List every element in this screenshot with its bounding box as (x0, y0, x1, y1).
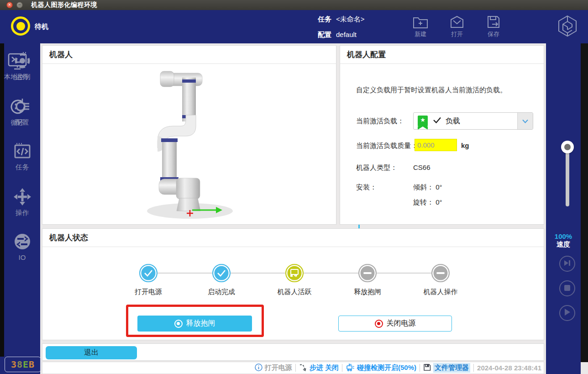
step-done-icon (212, 264, 231, 282)
step-done-icon (139, 264, 158, 282)
step-power-on: 打开电源 (121, 264, 176, 296)
badge-char: 8 (17, 359, 23, 370)
local-control-button[interactable]: 本地控制 (0, 52, 35, 81)
badge-char: B (29, 359, 35, 370)
exit-bar: 退出 (42, 343, 544, 361)
config-value: default (336, 31, 357, 38)
robot-panel-title: 机器人 (42, 46, 336, 64)
file-manager-link[interactable]: 文件管理器 (420, 363, 473, 373)
new-task-button[interactable]: 新建 (406, 15, 435, 38)
mount-label: 安装： (356, 183, 377, 192)
open-file-icon (442, 15, 472, 29)
sidebar-item-task[interactable]: 任务 (4, 142, 40, 172)
mount-tilt-value: 倾斜： 0° (413, 183, 442, 192)
power-dot-icon (375, 320, 383, 328)
config-label: 配置 (318, 31, 331, 38)
power-status[interactable]: 打开电源 (252, 363, 295, 373)
code-window-icon (4, 142, 40, 161)
left-edge-strip (0, 43, 4, 357)
badge-char: E (23, 359, 29, 370)
right-edge-strip (581, 43, 588, 362)
power-off-button[interactable]: 关闭电源 (338, 316, 452, 332)
badge-char: 3 (11, 359, 17, 370)
disk-icon (423, 363, 431, 373)
payload-bookmark-icon: ★ (418, 116, 428, 126)
robot-3d-view[interactable] (42, 64, 336, 224)
robot-type-label: 机器人类型： (356, 163, 397, 172)
payload-dropdown[interactable]: ★ 负载 (413, 112, 533, 130)
speed-percent: 100% (546, 232, 581, 240)
step-robot-active: 机器人活跃 (267, 264, 322, 296)
collision-detection-status[interactable]: 碰撞检测开启(50%) (342, 363, 420, 373)
step-forward-button[interactable] (559, 256, 575, 272)
annotation-highlight-box (126, 305, 264, 337)
step-pending-icon (431, 264, 450, 282)
payload-label: 当前激活负载： (356, 117, 404, 126)
step-robot-operate: 机器人操作 (413, 264, 468, 296)
step-release-brake: 释放抱闸 (340, 264, 395, 296)
stop-button[interactable] (559, 280, 575, 296)
robot-status-label: 待机 (35, 22, 48, 31)
right-sidebar (546, 43, 581, 374)
speed-slider-track[interactable] (566, 147, 569, 206)
play-icon (564, 309, 570, 317)
mass-input[interactable] (415, 139, 457, 151)
open-task-button[interactable]: 打开 (442, 15, 472, 38)
robot-status-icon[interactable] (11, 16, 30, 36)
step-active-icon (285, 264, 304, 282)
status-code-badge: 3 8 E B (5, 357, 41, 372)
mass-label: 当前激活负载质量： (356, 142, 418, 150)
window-titlebar: × − 机器人图形化编程环境 (0, 0, 588, 10)
config-panel-title: 机器人配置 (340, 46, 544, 64)
loop-button[interactable]: 循环 (0, 97, 35, 127)
robot-status-panel: 机器人状态 打开电源 启动完成 机器人活跃 释放抱闸 机器人操作 (42, 228, 544, 340)
task-label: 任务 (318, 15, 331, 23)
skip-next-icon (564, 260, 571, 268)
brand-logo-icon (557, 15, 578, 39)
robot-type-value: CS66 (413, 163, 430, 171)
payload-dropdown-value: 负载 (446, 116, 460, 126)
exit-button[interactable]: 退出 (46, 346, 137, 359)
step-pending-icon (358, 264, 377, 282)
check-icon (433, 117, 441, 125)
collision-robot-icon (346, 363, 355, 373)
sidebar-item-operate[interactable]: 操作 (4, 187, 40, 217)
robot-panel: 机器人 (42, 45, 336, 225)
stop-icon (564, 284, 570, 293)
bottom-status-bar: 打开电源 步进 关闭 碰撞检测开启(50%) 文件管理器 2024-04-28 … (42, 362, 544, 374)
task-value: <未命名> (336, 15, 365, 23)
task-row: 任务<未命名> (318, 15, 365, 24)
config-row: 配置default (318, 31, 357, 39)
step-mode-status[interactable]: 步进 关闭 (296, 363, 342, 373)
io-exchange-icon (4, 232, 40, 251)
save-task-button[interactable]: 保存 (479, 15, 508, 38)
mass-unit: kg (461, 142, 469, 149)
step-arrow-icon (299, 363, 307, 373)
window-close-icon[interactable]: × (6, 2, 13, 8)
speed-slider-handle[interactable] (561, 141, 574, 153)
terminal-icon (0, 52, 35, 71)
new-folder-icon (406, 15, 435, 29)
move-arrows-icon (4, 187, 40, 206)
status-panel-title: 机器人状态 (42, 229, 544, 247)
loop-refresh-icon (0, 97, 35, 116)
window-minimize-icon[interactable]: − (16, 2, 23, 8)
payload-description: 自定义负载用于暂时设置机器人当前激活的负载。 (356, 86, 530, 95)
info-icon (255, 363, 262, 373)
window-title: 机器人图形化编程环境 (31, 1, 97, 9)
play-button[interactable] (559, 305, 575, 321)
datetime: 2024-04-28 23:48:41 (474, 364, 544, 372)
speed-label: 速度 (546, 240, 581, 249)
save-floppy-icon (479, 15, 508, 29)
sidebar-item-io[interactable]: IO (4, 232, 40, 261)
step-startup-done: 启动完成 (194, 264, 249, 296)
chevron-down-icon[interactable] (517, 112, 533, 130)
mount-rotate-value: 旋转： 0° (413, 198, 442, 207)
